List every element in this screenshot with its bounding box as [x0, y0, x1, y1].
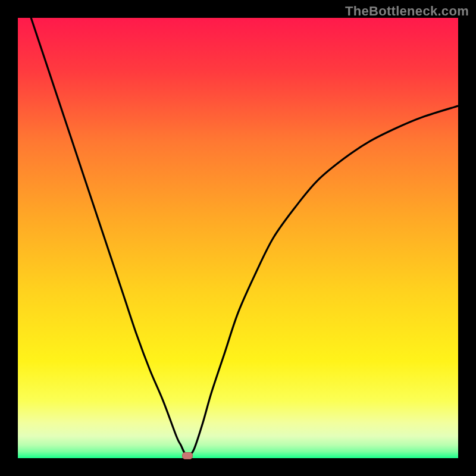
- minimum-marker: [182, 452, 193, 459]
- bottleneck-curve: [18, 18, 458, 458]
- chart-frame: TheBottleneck.com: [0, 0, 476, 476]
- watermark-text: TheBottleneck.com: [345, 4, 469, 19]
- plot-area: [18, 18, 458, 458]
